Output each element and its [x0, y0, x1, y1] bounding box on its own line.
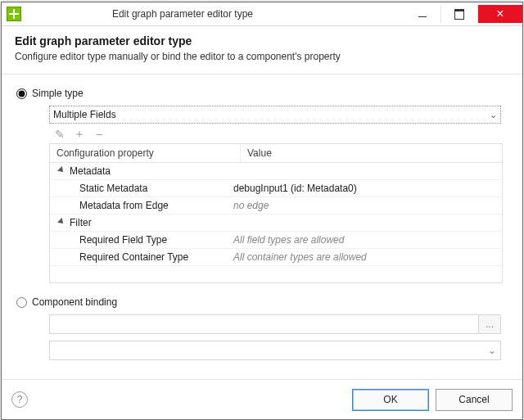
component-binding-property-combo: ⌄ [49, 341, 501, 360]
cancel-button[interactable]: Cancel [436, 389, 513, 411]
edit-icon[interactable]: ✎ [54, 129, 66, 140]
minimize-button[interactable] [404, 5, 440, 23]
help-icon[interactable]: ? [11, 391, 28, 408]
expand-icon[interactable] [57, 218, 66, 226]
table-header: Configuration property Value [50, 144, 502, 163]
group-label: Metadata [70, 165, 111, 177]
close-button[interactable]: × [478, 5, 522, 23]
row-metadata-from-edge[interactable]: Metadata from Edge no edge [50, 197, 502, 215]
dialog-window: Edit graph parameter editor type × Edit … [1, 2, 523, 420]
prop-label: Metadata from Edge [79, 200, 169, 211]
prop-value: All field types are allowed [233, 234, 344, 246]
simple-type-label: Simple type [32, 88, 84, 99]
chevron-down-icon: ⌄ [484, 341, 500, 359]
expand-icon[interactable] [57, 166, 66, 174]
ok-button[interactable]: OK [352, 389, 429, 411]
ellipsis-icon: ... [486, 318, 494, 330]
simple-type-radio[interactable] [16, 88, 27, 99]
editor-type-value: Multiple Fields [53, 109, 116, 120]
row-required-container-type[interactable]: Required Container Type All container ty… [50, 249, 502, 266]
dialog-header: Edit graph parameter editor type Configu… [2, 26, 522, 75]
config-tree-table: Configuration property Value Metadata St… [49, 143, 503, 283]
remove-icon[interactable]: − [93, 129, 105, 140]
col-header-value: Value [241, 144, 502, 162]
row-required-field-type[interactable]: Required Field Type All field types are … [50, 232, 502, 249]
col-header-property: Configuration property [50, 144, 241, 162]
group-row-filter[interactable]: Filter [50, 215, 502, 232]
component-binding-path-field: ... [49, 314, 501, 334]
prop-label: Required Container Type [79, 251, 188, 263]
tree-toolbar: ✎ ＋ − [54, 129, 509, 140]
group-label: Filter [70, 217, 92, 228]
component-binding-label: Component binding [32, 296, 117, 308]
maximize-button[interactable] [440, 5, 478, 23]
table-row [50, 266, 502, 282]
prop-label: Static Metadata [79, 183, 147, 194]
dialog-body: Simple type Multiple Fields ⌄ ✎ ＋ − Conf… [2, 75, 522, 379]
row-static-metadata[interactable]: Static Metadata debugInput1 (id: Metadat… [50, 180, 502, 197]
group-row-metadata[interactable]: Metadata [50, 163, 502, 180]
component-binding-section: Component binding ... ⌄ [15, 296, 509, 360]
prop-label: Required Field Type [79, 234, 167, 246]
browse-button: ... [478, 315, 500, 333]
app-icon [7, 7, 21, 21]
prop-value: All container types are allowed [233, 251, 367, 263]
prop-value: debugInput1 (id: Metadata0) [233, 183, 357, 194]
prop-value: no edge [233, 200, 269, 211]
simple-type-option[interactable]: Simple type [15, 88, 509, 99]
add-icon[interactable]: ＋ [74, 129, 85, 140]
page-title: Edit graph parameter editor type [15, 34, 509, 47]
component-binding-radio[interactable] [16, 297, 27, 308]
window-title: Edit graph parameter editor type [0, 8, 404, 20]
component-binding-option[interactable]: Component binding [15, 296, 509, 308]
editor-type-combo[interactable]: Multiple Fields ⌄ [49, 106, 501, 124]
chevron-down-icon: ⌄ [490, 110, 497, 120]
dialog-footer: ? OK Cancel [2, 379, 522, 419]
simple-type-combo-row: Multiple Fields ⌄ [49, 106, 509, 124]
title-bar: Edit graph parameter editor type × [2, 2, 522, 26]
page-subtitle: Configure editor type manually or bind t… [15, 51, 509, 62]
